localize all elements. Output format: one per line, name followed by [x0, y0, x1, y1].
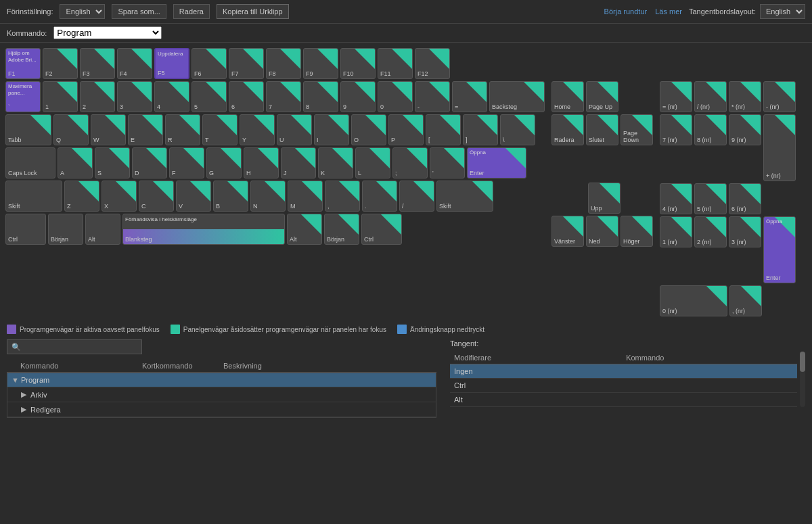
key-lbracket[interactable]: [: [426, 114, 461, 145]
key-4[interactable]: 4: [154, 81, 189, 112]
key-up[interactable]: Upp: [588, 183, 621, 214]
key-k[interactable]: K: [318, 147, 353, 178]
key-backslash[interactable]: \: [500, 114, 535, 145]
delete-button[interactable]: Radera: [173, 4, 210, 19]
key-slash[interactable]: /: [399, 181, 434, 212]
key-ctrl-right[interactable]: Ctrl: [361, 214, 402, 245]
key-left[interactable]: Vänster: [551, 216, 584, 247]
key-num-sub[interactable]: - (nr): [763, 81, 796, 112]
key-2[interactable]: 2: [80, 81, 115, 112]
key-home[interactable]: Home: [551, 81, 584, 112]
search-input[interactable]: [7, 339, 142, 354]
modifier-scrollbar[interactable]: [800, 352, 805, 407]
key-q[interactable]: Q: [53, 114, 89, 145]
key-b[interactable]: B: [213, 181, 248, 212]
key-num8[interactable]: 8 (nr): [694, 114, 727, 145]
key-y[interactable]: Y: [240, 114, 275, 145]
key-pagedown[interactable]: Page Down: [621, 114, 653, 145]
key-i[interactable]: I: [314, 114, 349, 145]
copy-button[interactable]: Kopiera till Urklipp: [217, 4, 289, 19]
key-f[interactable]: F: [169, 147, 204, 178]
key-c[interactable]: C: [139, 181, 174, 212]
key-rbracket[interactable]: ]: [463, 114, 498, 145]
key-5[interactable]: 5: [191, 81, 227, 112]
key-3[interactable]: 3: [117, 81, 152, 112]
key-d[interactable]: D: [132, 147, 167, 178]
key-a[interactable]: A: [58, 147, 93, 178]
key-right[interactable]: Höger: [621, 216, 653, 247]
key-win-right[interactable]: Början: [324, 214, 359, 245]
tree-row-arkiv[interactable]: ▶ Arkiv: [7, 387, 436, 402]
mod-row-alt[interactable]: Alt: [450, 393, 797, 407]
key-n[interactable]: N: [250, 181, 286, 212]
key-alt-right[interactable]: Alt: [287, 214, 322, 245]
tree-row-program[interactable]: ▼ Program: [7, 373, 436, 387]
tour-link[interactable]: Börja rundtur: [604, 7, 648, 16]
key-backtick[interactable]: Maximera pane... `: [5, 81, 41, 112]
key-comma[interactable]: ,: [325, 181, 360, 212]
key-g[interactable]: G: [206, 147, 242, 178]
key-minus[interactable]: -: [415, 81, 450, 112]
save-button[interactable]: Spara som...: [112, 4, 166, 19]
key-space[interactable]: Förhandsvisa i helskärmsläge Blanksteg: [122, 214, 285, 245]
key-num2[interactable]: 2 (nr): [694, 216, 727, 247]
key-h[interactable]: H: [244, 147, 279, 178]
key-delete[interactable]: Radera: [551, 114, 584, 145]
key-num5[interactable]: 5 (nr): [694, 183, 727, 214]
key-f10[interactable]: F10: [340, 48, 376, 79]
key-num-mul[interactable]: * (nr): [729, 81, 761, 112]
key-1[interactable]: 1: [43, 81, 78, 112]
key-capslock[interactable]: Caps Lock: [5, 147, 55, 178]
key-end[interactable]: Slutet: [586, 114, 618, 145]
key-num-add[interactable]: + (nr): [763, 114, 796, 181]
key-p[interactable]: P: [388, 114, 424, 145]
key-tab[interactable]: Tabb: [5, 114, 51, 145]
key-quote[interactable]: ': [430, 147, 465, 178]
key-num-eq[interactable]: = (nr): [660, 81, 692, 112]
key-f2[interactable]: F2: [43, 48, 78, 79]
key-8[interactable]: 8: [303, 81, 338, 112]
key-win-left[interactable]: Början: [48, 214, 83, 245]
mod-row-ctrl[interactable]: Ctrl: [450, 379, 797, 393]
key-z[interactable]: Z: [64, 181, 99, 212]
key-enter[interactable]: Öppna Enter: [467, 147, 526, 178]
key-num-enter[interactable]: Öppna Enter: [763, 216, 796, 283]
key-x[interactable]: X: [102, 181, 137, 212]
key-num-dot[interactable]: , (nr): [729, 285, 762, 316]
key-f1[interactable]: Hjälp om Adobe Bri... F1: [5, 48, 41, 79]
key-t[interactable]: T: [202, 114, 238, 145]
key-6[interactable]: 6: [229, 81, 264, 112]
key-e[interactable]: E: [128, 114, 163, 145]
key-semicolon[interactable]: ;: [392, 147, 428, 178]
mod-row-ingen[interactable]: Ingen: [450, 364, 797, 379]
key-f5[interactable]: Uppdatera F5: [154, 48, 189, 79]
key-shift-right[interactable]: Skift: [436, 181, 493, 212]
key-u[interactable]: U: [277, 114, 312, 145]
learn-link[interactable]: Läs mer: [655, 7, 682, 16]
key-s[interactable]: S: [95, 147, 130, 178]
key-f7[interactable]: F7: [229, 48, 264, 79]
key-f9[interactable]: F9: [303, 48, 338, 79]
key-f4[interactable]: F4: [117, 48, 152, 79]
key-w[interactable]: W: [91, 114, 126, 145]
key-num1[interactable]: 1 (nr): [660, 216, 692, 247]
key-ctrl-left[interactable]: Ctrl: [5, 214, 46, 245]
key-o[interactable]: O: [351, 114, 386, 145]
key-num6[interactable]: 6 (nr): [729, 183, 761, 214]
key-7[interactable]: 7: [266, 81, 301, 112]
key-num3[interactable]: 3 (nr): [729, 216, 761, 247]
key-m[interactable]: M: [288, 181, 323, 212]
key-f12[interactable]: F12: [415, 48, 450, 79]
key-f6[interactable]: F6: [191, 48, 227, 79]
key-l[interactable]: L: [355, 147, 390, 178]
key-num-div[interactable]: / (nr): [694, 81, 727, 112]
key-f8[interactable]: F8: [266, 48, 301, 79]
key-num9[interactable]: 9 (nr): [729, 114, 761, 145]
key-period[interactable]: .: [362, 181, 397, 212]
key-num0[interactable]: 0 (nr): [660, 285, 727, 316]
key-9[interactable]: 9: [340, 81, 376, 112]
tree-row-redigera[interactable]: ▶ Redigera: [7, 402, 436, 417]
key-f11[interactable]: F11: [378, 48, 413, 79]
key-0[interactable]: 0: [378, 81, 413, 112]
key-down[interactable]: Ned: [586, 216, 618, 247]
